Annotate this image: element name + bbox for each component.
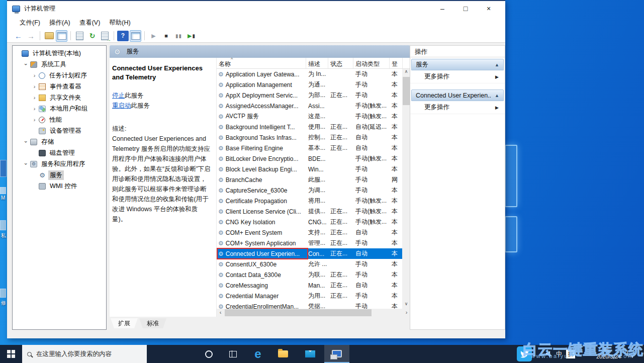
tree-item-services-and-applications[interactable]: ›服务和应用程序	[13, 158, 106, 169]
column-header-3[interactable]: 启动类型	[353, 58, 390, 68]
export-list-button[interactable]	[99, 30, 111, 42]
volume-icon[interactable]	[546, 350, 553, 357]
service-row[interactable]: Background Intelligent T...使用...正在...自动(…	[217, 122, 402, 132]
action-item[interactable]: 更多操作▶	[410, 70, 505, 83]
tree-item-local-users-and-groups[interactable]: ›本地用户和组	[13, 103, 106, 114]
ime-mode-indicator[interactable]: 中	[556, 350, 563, 358]
menu-file[interactable]: 文件(F)	[15, 17, 45, 29]
service-row[interactable]: CaptureService_6300e为调...手动本	[217, 185, 402, 196]
tree-item-system-tools[interactable]: ›系统工具	[13, 59, 106, 70]
service-row[interactable]: AppX Deployment Servic...为部...正在...手动本	[217, 90, 402, 101]
desktop-icon-fragment[interactable]	[0, 289, 6, 298]
column-header-1[interactable]: 描述	[306, 58, 328, 68]
service-row[interactable]: ConsentUX_6300e允许 ...手动本	[217, 259, 402, 269]
menu-help[interactable]: 帮助(H)	[105, 17, 135, 29]
maximize-button[interactable]: □	[454, 2, 477, 16]
service-row[interactable]: Block Level Backup Engi...Win...手动本	[217, 164, 402, 174]
tree-item-disk-management[interactable]: 磁盘管理	[13, 147, 106, 158]
task-view-button[interactable]	[221, 345, 244, 363]
service-row[interactable]: Base Filtering Engine基本...正在...自动本	[217, 143, 402, 153]
edge-button[interactable]: e	[246, 345, 269, 363]
start-button[interactable]	[0, 345, 22, 363]
stop-service-link[interactable]: 停止	[112, 92, 125, 99]
service-row[interactable]: Client License Service (Cli...提供...正在...…	[217, 206, 402, 217]
expander-icon[interactable]: ›	[31, 106, 38, 112]
menu-action[interactable]: 操作(A)	[45, 17, 75, 29]
clock-date[interactable]: 2020/3/24	[596, 353, 621, 359]
restart-service-link[interactable]: 重启动	[112, 102, 131, 109]
expander-icon[interactable]: ›	[23, 61, 29, 68]
tree-item-services[interactable]: 服务	[13, 169, 106, 180]
tree-item-shared-folders[interactable]: ›共享文件夹	[13, 92, 106, 103]
expander-icon[interactable]: ›	[23, 138, 29, 146]
service-row[interactable]: BranchCache此服...手动网	[217, 174, 402, 185]
restart-service-button[interactable]: ▶	[186, 30, 197, 42]
tab-extended[interactable]: 扩展	[111, 318, 138, 328]
up-level-button[interactable]	[43, 30, 55, 42]
vertical-scroll-thumb[interactable]	[403, 77, 410, 105]
file-explorer-button[interactable]	[271, 345, 295, 363]
computer-management-taskbar-button[interactable]	[324, 345, 349, 363]
service-row[interactable]: AVCTP 服务这是...手动(触发...本	[217, 111, 402, 122]
tree-item-computer-management-root[interactable]: 计算机管理(本地)	[13, 48, 106, 59]
cortana-button[interactable]	[197, 345, 220, 363]
tree-item-performance[interactable]: ›性能	[13, 114, 106, 125]
show-action-pane-button[interactable]	[130, 30, 141, 42]
service-row[interactable]: Connected User Experien...Con...正在...自动本	[217, 248, 402, 259]
service-row[interactable]: BitLocker Drive Encryptio...BDE...手动(触发.…	[217, 153, 402, 164]
scroll-left-icon[interactable]: ‹	[217, 309, 224, 315]
action-item[interactable]: 更多操作▶	[410, 101, 505, 114]
tree-item-wmi-control[interactable]: WMI 控件	[13, 180, 106, 192]
scroll-up-icon[interactable]: ∧	[402, 69, 410, 76]
service-row[interactable]: Application Layer Gatewa...为 In...手动本	[217, 69, 402, 79]
column-header-0[interactable]: 名称^	[217, 58, 306, 68]
search-input[interactable]	[36, 350, 137, 357]
desktop-icon-fragment[interactable]	[0, 220, 6, 230]
service-row[interactable]: Background Tasks Infras...控制...正在...自动本	[217, 132, 402, 143]
tree-item-storage[interactable]: ›存储	[13, 136, 106, 147]
column-header-2[interactable]: 状态	[328, 58, 353, 68]
expander-icon[interactable]: ›	[31, 72, 38, 78]
service-row[interactable]: Contact Data_6300e为联...正在...手动本	[217, 269, 402, 280]
service-row[interactable]: CredentialEnrollmentMan...凭据...手动本	[217, 301, 402, 309]
forward-button[interactable]: →	[25, 30, 37, 42]
back-button[interactable]: ←	[13, 30, 24, 42]
horizontal-scroll-thumb[interactable]	[225, 309, 372, 316]
vertical-scrollbar[interactable]: ∧ ∨	[402, 69, 410, 309]
tab-standard[interactable]: 标准	[139, 318, 166, 328]
taskbar-search[interactable]	[22, 345, 147, 363]
service-row[interactable]: COM+ System Application管理...正在...手动本	[217, 238, 402, 248]
scroll-right-icon[interactable]: ›	[403, 309, 410, 315]
tree-item-event-viewer[interactable]: ›事件查看器	[13, 81, 106, 92]
mail-button[interactable]	[299, 345, 322, 363]
ime-pinyin-indicator[interactable]: 拼	[566, 349, 575, 358]
tree-item-task-scheduler[interactable]: ›任务计划程序	[13, 70, 106, 81]
service-row[interactable]: Credential Manager为用...正在...手动本	[217, 291, 402, 301]
column-header-4[interactable]: 登	[390, 58, 403, 68]
service-row[interactable]: CNG Key IsolationCNG...正在...手动(触发...本	[217, 217, 402, 227]
service-row[interactable]: CoreMessagingMan...正在...自动本	[217, 280, 402, 291]
notification-center-icon[interactable]	[627, 350, 634, 356]
action-section-header[interactable]: Connected User Experien...▲	[411, 89, 504, 101]
show-console-tree-button[interactable]	[56, 30, 67, 42]
horizontal-scrollbar[interactable]: ‹ ›	[217, 309, 410, 317]
tree-item-device-manager[interactable]: 设备管理器	[13, 125, 106, 136]
help-button[interactable]: ?	[117, 31, 129, 41]
expander-icon[interactable]: ›	[23, 160, 29, 168]
start-service-button[interactable]: ▶	[148, 30, 159, 42]
twitter-app-button[interactable]	[513, 345, 536, 363]
desktop-icon-fragment[interactable]	[0, 187, 6, 194]
stop-service-button[interactable]: ■	[160, 30, 172, 42]
service-row[interactable]: AssignedAccessManager...Assi...手动(触发...本	[217, 101, 402, 111]
pause-service-button[interactable]: ▮▮	[173, 30, 185, 42]
action-section-header[interactable]: 服务▲	[411, 59, 504, 70]
close-button[interactable]: ×	[477, 2, 500, 16]
expander-icon[interactable]: ›	[31, 117, 38, 123]
properties-button[interactable]	[74, 30, 85, 42]
minimize-button[interactable]: –	[431, 2, 454, 16]
scroll-down-icon[interactable]: ∨	[402, 301, 410, 309]
service-row[interactable]: Certificate Propagation将用...手动(触发...本	[217, 196, 402, 206]
refresh-button[interactable]: ↻	[86, 30, 98, 42]
menu-view[interactable]: 查看(V)	[75, 17, 105, 29]
service-row[interactable]: COM+ Event System支持...正在...自动本	[217, 227, 402, 238]
